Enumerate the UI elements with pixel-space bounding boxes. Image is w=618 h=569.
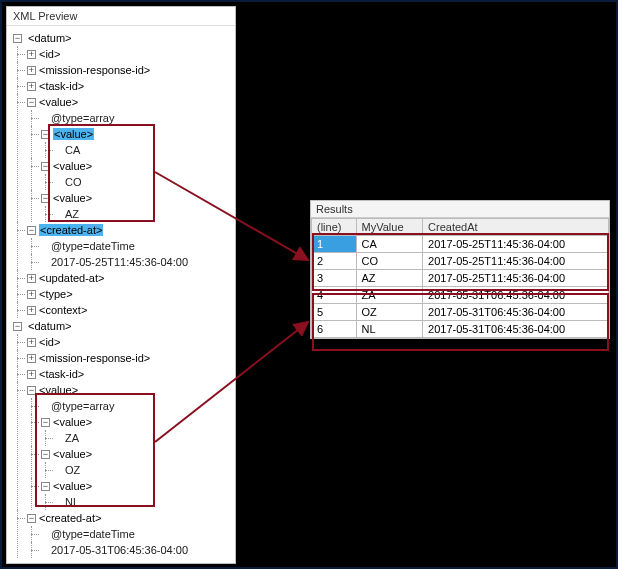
expand-icon[interactable]: [27, 306, 36, 315]
tree-node-context[interactable]: <context>: [27, 302, 233, 318]
table-row[interactable]: 4 ZA 2017-05-31T06:45:36-04:00: [312, 287, 609, 304]
cell-createdat: 2017-05-31T06:45:36-04:00: [423, 321, 609, 338]
tag-label: <task-id>: [39, 80, 84, 92]
collapse-icon[interactable]: [13, 34, 22, 43]
cell-line: 4: [312, 287, 357, 304]
text-value: 2017-05-31T06:45:36-04:00: [41, 544, 188, 556]
tag-label: <value>: [39, 96, 78, 108]
table-row[interactable]: 1 CA 2017-05-25T11:45:36-04:00: [312, 236, 609, 253]
tag-label: <id>: [39, 48, 60, 60]
collapse-icon[interactable]: [27, 98, 36, 107]
expand-icon[interactable]: [27, 50, 36, 59]
cell-myvalue: CA: [356, 236, 423, 253]
tree-text[interactable]: 2017-05-25T11:45:36-04:00: [41, 254, 233, 270]
expand-icon[interactable]: [27, 354, 36, 363]
col-line[interactable]: (line): [312, 219, 357, 236]
tree-node-task[interactable]: <task-id>: [27, 78, 233, 94]
tree-text[interactable]: CO: [55, 174, 233, 190]
tree-node-id[interactable]: <id>: [27, 46, 233, 62]
cell-myvalue: ZA: [356, 287, 423, 304]
xml-tree[interactable]: <datum> <id> <mission-response-id> <task…: [7, 26, 235, 563]
attr-label: @type=array: [41, 112, 114, 124]
tree-attr[interactable]: @type=dateTime: [41, 238, 233, 254]
tree-node-inner-value[interactable]: <value> AZ: [41, 190, 233, 222]
collapse-icon[interactable]: [27, 514, 36, 523]
collapse-icon[interactable]: [41, 418, 50, 427]
tree-node-created-at[interactable]: <created-at> @type=dateTime 2017-05-25T1…: [27, 222, 233, 270]
expand-icon[interactable]: [27, 66, 36, 75]
tree-node-inner-value[interactable]: <value> ZA: [41, 414, 233, 446]
tree-text[interactable]: ZA: [55, 430, 233, 446]
tree-node-inner-value[interactable]: <value> NL: [41, 478, 233, 510]
cell-myvalue: OZ: [356, 304, 423, 321]
tree-node-mission[interactable]: <mission-response-id>: [27, 62, 233, 78]
text-value: ZA: [55, 432, 79, 444]
tree-text[interactable]: NL: [55, 494, 233, 510]
tree-node-updated-at[interactable]: <updated-at>: [27, 270, 233, 286]
tag-label: <context>: [39, 304, 87, 316]
collapse-icon[interactable]: [41, 130, 50, 139]
collapse-icon[interactable]: [41, 162, 50, 171]
text-value: OZ: [55, 464, 80, 476]
collapse-icon[interactable]: [27, 386, 36, 395]
tag-label-selected: <value>: [53, 128, 94, 140]
tag-label: <id>: [39, 336, 60, 348]
cell-createdat: 2017-05-25T11:45:36-04:00: [423, 253, 609, 270]
xml-preview-title: XML Preview: [7, 7, 235, 26]
tag-label: <updated-at>: [39, 272, 104, 284]
tree-text[interactable]: AZ: [55, 206, 233, 222]
tree-node-datum[interactable]: <datum> <id> <mission-response-id> <task…: [13, 318, 233, 558]
tree-text[interactable]: CA: [55, 142, 233, 158]
tag-label: <value>: [53, 416, 92, 428]
xml-preview-panel: XML Preview <datum> <id> <mission-respon…: [6, 6, 236, 564]
expand-icon[interactable]: [27, 290, 36, 299]
tree-node-datum[interactable]: <datum> <id> <mission-response-id> <task…: [13, 30, 233, 318]
attr-label: @type=array: [41, 400, 114, 412]
collapse-icon[interactable]: [41, 482, 50, 491]
tree-node-inner-value[interactable]: <value> CO: [41, 158, 233, 190]
cell-line: 1: [312, 236, 357, 253]
tree-attr[interactable]: @type=array: [41, 398, 233, 414]
collapse-icon[interactable]: [41, 450, 50, 459]
tree-attr[interactable]: @type=array: [41, 110, 233, 126]
tree-text[interactable]: OZ: [55, 462, 233, 478]
tree-text[interactable]: 2017-05-31T06:45:36-04:00: [41, 542, 233, 558]
col-myvalue[interactable]: MyValue: [356, 219, 423, 236]
expand-icon[interactable]: [27, 274, 36, 283]
tree-node-type[interactable]: <type>: [27, 286, 233, 302]
tree-node-inner-value[interactable]: <value> CA: [41, 126, 233, 158]
tag-label: <created-at>: [39, 512, 101, 524]
expand-icon[interactable]: [27, 370, 36, 379]
tree-node-created-at[interactable]: <created-at> @type=dateTime 2017-05-31T0…: [27, 510, 233, 558]
tree-node-id[interactable]: <id>: [27, 334, 233, 350]
collapse-icon[interactable]: [13, 322, 22, 331]
tag-label: <mission-response-id>: [39, 64, 150, 76]
tag-label: <task-id>: [39, 368, 84, 380]
results-title: Results: [311, 201, 609, 218]
cell-line: 2: [312, 253, 357, 270]
table-row[interactable]: 6 NL 2017-05-31T06:45:36-04:00: [312, 321, 609, 338]
collapse-icon[interactable]: [27, 226, 36, 235]
tree-attr[interactable]: @type=dateTime: [41, 526, 233, 542]
tree-node-task[interactable]: <task-id>: [27, 366, 233, 382]
tree-node-value[interactable]: <value> @type=array <value> CA <value> C…: [27, 94, 233, 222]
cell-line: 3: [312, 270, 357, 287]
table-row[interactable]: 3 AZ 2017-05-25T11:45:36-04:00: [312, 270, 609, 287]
cell-createdat: 2017-05-25T11:45:36-04:00: [423, 236, 609, 253]
table-header-row: (line) MyValue CreatedAt: [312, 219, 609, 236]
tree-node-inner-value[interactable]: <value> OZ: [41, 446, 233, 478]
results-table[interactable]: (line) MyValue CreatedAt 1 CA 2017-05-25…: [311, 218, 609, 338]
expand-icon[interactable]: [27, 82, 36, 91]
cell-myvalue: NL: [356, 321, 423, 338]
collapse-icon[interactable]: [41, 194, 50, 203]
cell-createdat: 2017-05-31T06:45:36-04:00: [423, 304, 609, 321]
tree-node-value[interactable]: <value> @type=array <value> ZA <value> O…: [27, 382, 233, 510]
tag-label: <datum>: [28, 32, 71, 44]
expand-icon[interactable]: [27, 338, 36, 347]
table-row[interactable]: 2 CO 2017-05-25T11:45:36-04:00: [312, 253, 609, 270]
table-row[interactable]: 5 OZ 2017-05-31T06:45:36-04:00: [312, 304, 609, 321]
tag-label: <value>: [39, 384, 78, 396]
tag-label: <datum>: [28, 320, 71, 332]
tree-node-mission[interactable]: <mission-response-id>: [27, 350, 233, 366]
col-createdat[interactable]: CreatedAt: [423, 219, 609, 236]
